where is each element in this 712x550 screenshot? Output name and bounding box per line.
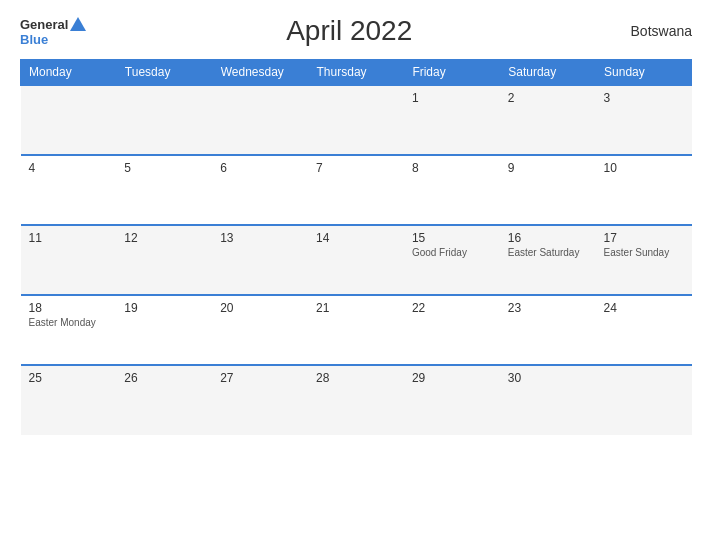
- calendar-cell: 20: [212, 295, 308, 365]
- calendar-cell: 30: [500, 365, 596, 435]
- calendar-cell: 14: [308, 225, 404, 295]
- calendar-week-row: 45678910: [21, 155, 692, 225]
- calendar-week-row: 18Easter Monday192021222324: [21, 295, 692, 365]
- calendar-cell: 7: [308, 155, 404, 225]
- calendar-cell: 6: [212, 155, 308, 225]
- day-number: 26: [124, 371, 204, 385]
- calendar-title: April 2022: [86, 15, 612, 47]
- day-number: 7: [316, 161, 396, 175]
- calendar-cell: [308, 85, 404, 155]
- calendar-cell: 25: [21, 365, 117, 435]
- calendar-cell: 2: [500, 85, 596, 155]
- calendar-cell: 18Easter Monday: [21, 295, 117, 365]
- weekday-header-sunday: Sunday: [596, 60, 692, 86]
- holiday-label: Good Friday: [412, 247, 492, 258]
- calendar-cell: 12: [116, 225, 212, 295]
- weekday-header-friday: Friday: [404, 60, 500, 86]
- calendar-cell: [596, 365, 692, 435]
- calendar-week-row: 1112131415Good Friday16Easter Saturday17…: [21, 225, 692, 295]
- calendar-page: General Blue April 2022 Botswana MondayT…: [0, 0, 712, 550]
- day-number: 25: [29, 371, 109, 385]
- weekday-header-saturday: Saturday: [500, 60, 596, 86]
- calendar-table: MondayTuesdayWednesdayThursdayFridaySatu…: [20, 59, 692, 435]
- day-number: 30: [508, 371, 588, 385]
- holiday-label: Easter Sunday: [604, 247, 684, 258]
- day-number: 29: [412, 371, 492, 385]
- calendar-cell: 26: [116, 365, 212, 435]
- calendar-cell: 17Easter Sunday: [596, 225, 692, 295]
- weekday-header-thursday: Thursday: [308, 60, 404, 86]
- logo-general: General: [20, 18, 68, 31]
- calendar-cell: 5: [116, 155, 212, 225]
- weekday-header-tuesday: Tuesday: [116, 60, 212, 86]
- calendar-cell: [212, 85, 308, 155]
- calendar-cell: 3: [596, 85, 692, 155]
- day-number: 17: [604, 231, 684, 245]
- calendar-cell: [116, 85, 212, 155]
- day-number: 28: [316, 371, 396, 385]
- day-number: 22: [412, 301, 492, 315]
- day-number: 10: [604, 161, 684, 175]
- day-number: 1: [412, 91, 492, 105]
- day-number: 6: [220, 161, 300, 175]
- day-number: 3: [604, 91, 684, 105]
- calendar-week-row: 123: [21, 85, 692, 155]
- day-number: 24: [604, 301, 684, 315]
- day-number: 18: [29, 301, 109, 315]
- day-number: 19: [124, 301, 204, 315]
- calendar-cell: 15Good Friday: [404, 225, 500, 295]
- holiday-label: Easter Saturday: [508, 247, 588, 258]
- calendar-cell: [21, 85, 117, 155]
- calendar-cell: 11: [21, 225, 117, 295]
- day-number: 5: [124, 161, 204, 175]
- logo-blue: Blue: [20, 33, 48, 46]
- calendar-cell: 23: [500, 295, 596, 365]
- day-number: 16: [508, 231, 588, 245]
- calendar-cell: 13: [212, 225, 308, 295]
- calendar-cell: 24: [596, 295, 692, 365]
- day-number: 13: [220, 231, 300, 245]
- calendar-cell: 9: [500, 155, 596, 225]
- calendar-cell: 21: [308, 295, 404, 365]
- day-number: 2: [508, 91, 588, 105]
- country-label: Botswana: [612, 23, 692, 39]
- day-number: 8: [412, 161, 492, 175]
- day-number: 12: [124, 231, 204, 245]
- day-number: 27: [220, 371, 300, 385]
- calendar-week-row: 252627282930: [21, 365, 692, 435]
- weekday-header-row: MondayTuesdayWednesdayThursdayFridaySatu…: [21, 60, 692, 86]
- day-number: 15: [412, 231, 492, 245]
- day-number: 11: [29, 231, 109, 245]
- weekday-header-monday: Monday: [21, 60, 117, 86]
- calendar-cell: 28: [308, 365, 404, 435]
- calendar-cell: 8: [404, 155, 500, 225]
- day-number: 20: [220, 301, 300, 315]
- calendar-cell: 29: [404, 365, 500, 435]
- day-number: 14: [316, 231, 396, 245]
- calendar-cell: 22: [404, 295, 500, 365]
- weekday-header-wednesday: Wednesday: [212, 60, 308, 86]
- calendar-cell: 4: [21, 155, 117, 225]
- holiday-label: Easter Monday: [29, 317, 109, 328]
- day-number: 9: [508, 161, 588, 175]
- day-number: 21: [316, 301, 396, 315]
- logo-triangle-icon: [70, 17, 86, 31]
- day-number: 23: [508, 301, 588, 315]
- calendar-cell: 1: [404, 85, 500, 155]
- day-number: 4: [29, 161, 109, 175]
- calendar-cell: 10: [596, 155, 692, 225]
- calendar-cell: 16Easter Saturday: [500, 225, 596, 295]
- calendar-cell: 27: [212, 365, 308, 435]
- header: General Blue April 2022 Botswana: [20, 15, 692, 47]
- logo: General Blue: [20, 17, 86, 46]
- calendar-cell: 19: [116, 295, 212, 365]
